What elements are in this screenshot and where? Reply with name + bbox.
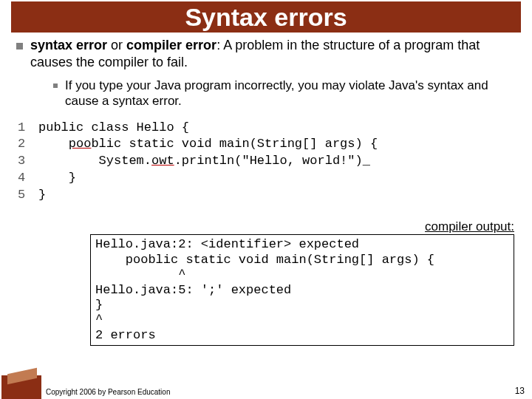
line-number: 4 xyxy=(16,170,38,187)
code-text: public class Hello { xyxy=(38,120,519,137)
code-line: 1 public class Hello { xyxy=(16,120,519,137)
bullet-or: or xyxy=(107,38,126,52)
slide-title: Syntax errors xyxy=(11,3,521,32)
line-number: 1 xyxy=(16,120,38,137)
square-bullet-small-icon xyxy=(53,83,58,88)
code-line: 2 pooblic static void main(String[] args… xyxy=(16,136,519,153)
decorative-corner-icon xyxy=(1,375,41,399)
code-line: 4 } xyxy=(16,170,519,187)
line-number: 5 xyxy=(16,187,38,204)
code-block: 1 public class Hello { 2 pooblic static … xyxy=(16,120,519,205)
code-line: 5 } xyxy=(16,187,519,204)
code-pre: public class Hello { xyxy=(38,120,189,134)
code-line: 3 System.owt.println("Hello, world!")_ xyxy=(16,153,519,170)
content-area: syntax error or compiler error: A proble… xyxy=(0,37,532,346)
output-label: compiler output: xyxy=(16,219,514,234)
term-compiler-error: compiler error xyxy=(126,38,216,52)
code-text: } xyxy=(38,187,519,204)
line-number: 2 xyxy=(16,136,38,153)
code-pre: } xyxy=(38,171,76,185)
code-pre: } xyxy=(38,188,46,202)
page-number: 13 xyxy=(515,386,525,396)
copyright-footer: Copyright 2006 by Pearson Education xyxy=(46,388,170,396)
code-text: } xyxy=(38,170,519,187)
term-syntax-error: syntax error xyxy=(30,38,107,52)
bullet-text: syntax error or compiler error: A proble… xyxy=(30,37,519,70)
compiler-output-box: Hello.java:2: <identifier> expected poob… xyxy=(90,234,514,346)
line-number: 3 xyxy=(16,153,38,170)
slide: Syntax errors syntax error or compiler e… xyxy=(0,1,532,399)
bullet-level-1: syntax error or compiler error: A proble… xyxy=(16,37,519,70)
title-banner: Syntax errors xyxy=(11,1,521,33)
square-bullet-icon xyxy=(16,43,23,50)
code-post: .println("Hello, world!")_ xyxy=(174,154,370,168)
bullet-level-2: If you type your Java program incorrectl… xyxy=(53,78,519,109)
code-pre xyxy=(38,137,69,151)
code-text: System.owt.println("Hello, world!")_ xyxy=(38,153,519,170)
code-err: poo xyxy=(69,137,92,151)
code-err: owt xyxy=(151,154,174,168)
code-pre: System. xyxy=(38,154,151,168)
code-post: blic static void main(String[] args) { xyxy=(91,137,378,151)
code-text: pooblic static void main(String[] args) … xyxy=(38,136,519,153)
subbullet-text: If you type your Java program incorrectl… xyxy=(65,78,519,109)
